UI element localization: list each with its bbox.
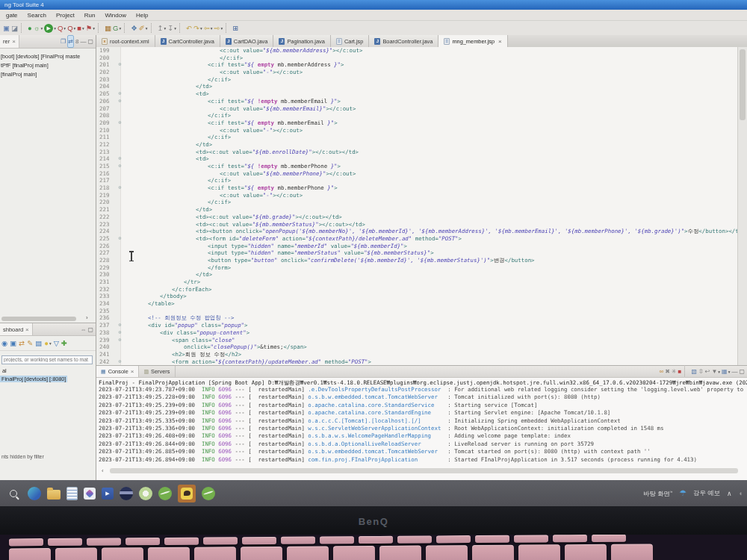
- desktop-toolbar-label[interactable]: 바탕 화면»: [643, 489, 672, 498]
- menu-item[interactable]: gate: [6, 12, 18, 19]
- console-remove-all-terminated-icon[interactable]: ✳: [672, 366, 677, 377]
- eclipse-icon[interactable]: [120, 487, 133, 500]
- kakaotalk-icon[interactable]: [178, 485, 196, 503]
- tab-console[interactable]: ▦ Console ×: [96, 366, 139, 377]
- toolbar-spring-boot-icon[interactable]: ●: [28, 22, 32, 34]
- code-editor[interactable]: 199<c:out value="${mb.memberAddress}"></…: [96, 47, 738, 366]
- weather-label[interactable]: 강우 예보: [693, 489, 720, 497]
- toolbar-stop-icon[interactable]: ■▾: [77, 22, 84, 34]
- notepad-icon[interactable]: [66, 487, 78, 500]
- close-icon[interactable]: ×: [12, 38, 16, 45]
- dashboard-selected-project[interactable]: FinalProj [devtools] [:8080]: [0, 376, 67, 382]
- explorer-link-editor-icon[interactable]: ⇄: [67, 35, 74, 48]
- toolbar-external-tools-icon[interactable]: Q▾: [67, 22, 75, 34]
- toolbar-debug-icon[interactable]: ☼▾: [34, 22, 43, 34]
- tab-Cart.jsp[interactable]: ≡Cart.jsp: [331, 35, 369, 47]
- keyboard-key: [436, 535, 471, 543]
- console-scroll-lock-icon[interactable]: ⇳: [698, 366, 704, 377]
- editor-vscrollbar[interactable]: [737, 47, 747, 366]
- console-launch-link-icon[interactable]: ∞: [660, 366, 664, 377]
- toolbar-palette-icon[interactable]: ❖: [131, 22, 137, 34]
- tab-CartController.java[interactable]: JCartController.java: [155, 35, 220, 47]
- dashboard-header-maximize-icon[interactable]: ▢: [87, 324, 93, 335]
- speaker-icon[interactable]: ◖: [739, 490, 743, 497]
- toolbar-perspective-icon[interactable]: ⊞: [232, 22, 238, 34]
- tab-Pagination.java[interactable]: JPagination.java: [273, 35, 331, 47]
- dashboard-tree-root[interactable]: al: [0, 367, 96, 374]
- toolbar-run-icon[interactable]: ▶▾: [44, 22, 56, 34]
- menu-item[interactable]: Window: [105, 12, 126, 19]
- dashboard-open-web-icon[interactable]: ◉: [1, 337, 7, 349]
- window-titlebar[interactable]: ng Tool Suite 4: [0, 0, 747, 10]
- tab-servers[interactable]: ▥ Servers: [139, 366, 175, 377]
- console-pin-icon[interactable]: ▼▾: [711, 366, 720, 377]
- spring-icon[interactable]: [158, 487, 172, 500]
- console-minimize-icon[interactable]: —: [731, 366, 737, 377]
- dashboard-restart-icon[interactable]: ⇄: [19, 337, 25, 349]
- tray-expand-icon[interactable]: ∧: [727, 490, 732, 497]
- search-icon[interactable]: [5, 485, 22, 502]
- toolbar-back-history-icon[interactable]: ↶: [186, 22, 192, 34]
- tab-root-context.xml[interactable]: xroot-context.xml: [96, 35, 155, 47]
- explorer-item[interactable]: [boot] [devtools] [FinalProj maste: [0, 52, 96, 60]
- explorer-collapse-all-icon[interactable]: ❐: [61, 36, 66, 47]
- edge-icon[interactable]: [28, 487, 41, 500]
- console-maximize-icon[interactable]: ▢: [739, 366, 745, 377]
- tab-mng_member.jsp[interactable]: ≡mng_member.jsp×: [438, 35, 507, 47]
- toolbar-open-resource-icon[interactable]: ◪: [11, 22, 18, 34]
- close-icon[interactable]: ×: [131, 368, 134, 375]
- close-icon[interactable]: ×: [25, 326, 29, 333]
- toolbar-git-icon[interactable]: G▾: [113, 22, 121, 34]
- toolbar-forward-icon[interactable]: ⇨▾: [214, 22, 223, 34]
- toolbar-prev-edit-icon[interactable]: ↥▾: [158, 22, 167, 34]
- dashboard-filter-input[interactable]: [1, 355, 93, 364]
- scroll-right-arrow-icon[interactable]: ›: [86, 314, 88, 321]
- console-hscrollbar[interactable]: [110, 468, 738, 473]
- console-open-console-icon[interactable]: ▦▾: [722, 366, 730, 377]
- console-clear-icon[interactable]: ▧: [691, 366, 697, 377]
- spring2-icon[interactable]: [202, 487, 215, 500]
- toolbar-brush-icon[interactable]: ✐▾: [139, 22, 148, 34]
- tab-CartDAO.java[interactable]: JCartDAO.java: [220, 35, 274, 47]
- dashboard-open-console-icon[interactable]: ▤: [35, 337, 42, 349]
- toolbar-separator: [124, 23, 128, 33]
- explorer-focus-task-icon[interactable]: 8: [75, 36, 78, 47]
- tab-boot-dashboard[interactable]: shboard ×: [0, 323, 33, 335]
- console-terminate-icon[interactable]: ■: [678, 366, 682, 377]
- console-word-wrap-icon[interactable]: ↩: [705, 366, 710, 377]
- close-tab-icon[interactable]: ×: [498, 38, 502, 45]
- photos-icon[interactable]: [84, 488, 96, 500]
- menu-item[interactable]: Project: [56, 12, 75, 19]
- explorer-hscrollbar[interactable]: [1, 317, 76, 321]
- dashboard-monitor-icon[interactable]: ▣: [10, 337, 16, 349]
- toolbar-new-wizard-icon[interactable]: ▣: [3, 22, 10, 34]
- weather-umbrella-icon[interactable]: ☂: [679, 488, 686, 498]
- console-log[interactable]: 2023-07-21T13:49:23.787+09:00 INFO 6096 …: [99, 386, 747, 467]
- toolbar-back-icon[interactable]: ⇦▾: [204, 22, 213, 34]
- toolbar-next-edit-icon[interactable]: ↧▾: [167, 22, 176, 34]
- toolbar-forward-history-icon[interactable]: ↷▾: [193, 22, 202, 34]
- console-separator: [684, 367, 688, 376]
- explorer-minimize-icon[interactable]: —: [80, 36, 86, 47]
- toolbar-profile-icon[interactable]: Q▾: [58, 22, 66, 34]
- explorer-icon[interactable]: [47, 490, 61, 500]
- dashboard-edit-config-icon[interactable]: ✎: [27, 337, 33, 349]
- dashboard-bulb-icon[interactable]: ●▾: [44, 337, 52, 349]
- console-remove-launch-icon[interactable]: ✖: [665, 366, 670, 377]
- media-icon[interactable]: [102, 488, 114, 500]
- toolbar-new-package-icon[interactable]: ▦: [105, 22, 111, 34]
- explorer-item[interactable]: tPfF [finalProj main]: [0, 60, 96, 69]
- explorer-item[interactable]: [finalProj main]: [0, 69, 96, 78]
- dashboard-header-menu-icon[interactable]: ⇔: [80, 324, 86, 335]
- explorer-maximize-icon[interactable]: ▢: [87, 36, 93, 47]
- menu-item[interactable]: Run: [84, 12, 96, 19]
- tab-BoardController.java[interactable]: JBoardController.java: [369, 35, 438, 47]
- dashboard-add-icon[interactable]: ✚: [61, 337, 67, 349]
- menu-item[interactable]: Search: [28, 12, 46, 19]
- toolbar-relaunch-icon[interactable]: ⚑▾: [86, 22, 95, 34]
- tab-package-explorer[interactable]: rer ×: [0, 35, 19, 48]
- scroll-left-arrow-icon[interactable]: ‹: [102, 467, 104, 474]
- sts-icon[interactable]: [139, 487, 152, 500]
- dashboard-filter-icon[interactable]: ▽: [54, 337, 59, 349]
- menu-item[interactable]: Help: [136, 12, 148, 19]
